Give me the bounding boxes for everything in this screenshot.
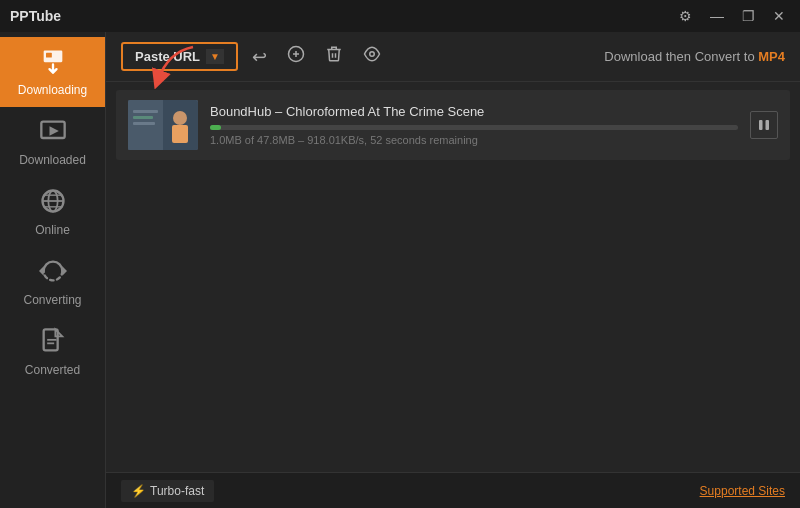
sidebar-item-downloading[interactable]: Downloading	[0, 37, 105, 107]
sidebar-label-downloading: Downloading	[18, 83, 87, 97]
sidebar: Downloading Downloaded Onli	[0, 32, 106, 508]
minimize-button[interactable]: —	[705, 6, 729, 26]
toolbar: Paste URL ▼ ↩	[106, 32, 800, 82]
add-button[interactable]	[281, 41, 311, 72]
svg-rect-1	[46, 53, 52, 58]
lightning-icon: ⚡	[131, 484, 146, 498]
sidebar-item-online[interactable]: Online	[0, 177, 105, 247]
svg-rect-27	[766, 120, 770, 130]
svg-marker-9	[62, 266, 67, 275]
svg-rect-26	[759, 120, 763, 130]
svg-marker-3	[49, 126, 58, 135]
turbo-fast-button[interactable]: ⚡ Turbo-fast	[121, 480, 214, 502]
convert-info: Download then Convert to MP4	[604, 49, 785, 64]
converting-icon	[39, 257, 67, 289]
delete-button[interactable]	[319, 41, 349, 72]
download-list: BoundHub – Chloroformed At The Crime Sce…	[106, 82, 800, 472]
maximize-button[interactable]: ❐	[737, 6, 760, 26]
progress-bar-fill	[210, 125, 221, 130]
online-icon	[39, 187, 67, 219]
downloading-icon	[39, 47, 67, 79]
paste-url-button[interactable]: Paste URL ▼	[121, 42, 238, 71]
sidebar-label-downloaded: Downloaded	[19, 153, 86, 167]
sidebar-label-online: Online	[35, 223, 70, 237]
item-stats: 1.0MB of 47.8MB – 918.01KB/s, 52 seconds…	[210, 134, 738, 146]
svg-rect-23	[133, 122, 155, 125]
svg-point-17	[370, 52, 375, 57]
paste-url-label: Paste URL	[135, 49, 200, 64]
svg-rect-25	[172, 125, 188, 143]
dropdown-arrow-icon[interactable]: ▼	[206, 49, 224, 64]
item-title: BoundHub – Chloroformed At The Crime Sce…	[210, 104, 738, 119]
bottom-bar: ⚡ Turbo-fast Supported Sites	[106, 472, 800, 508]
format-link[interactable]: MP4	[758, 49, 785, 64]
sidebar-item-converting[interactable]: Converting	[0, 247, 105, 317]
progress-bar-container	[210, 125, 738, 130]
svg-rect-21	[133, 110, 158, 113]
settings-icon[interactable]: ⚙	[674, 6, 697, 26]
pause-button[interactable]	[750, 111, 778, 139]
item-info: BoundHub – Chloroformed At The Crime Sce…	[210, 104, 738, 146]
undo-button[interactable]: ↩	[246, 42, 273, 72]
supported-sites-link[interactable]: Supported Sites	[700, 484, 785, 498]
converted-icon	[39, 327, 67, 359]
download-item: BoundHub – Chloroformed At The Crime Sce…	[116, 90, 790, 160]
svg-rect-22	[133, 116, 153, 119]
window-controls[interactable]: ⚙ — ❐ ✕	[674, 6, 790, 26]
close-button[interactable]: ✕	[768, 6, 790, 26]
video-thumbnail	[128, 100, 198, 150]
app-title: PPTube	[10, 8, 61, 24]
preview-button[interactable]	[357, 41, 387, 72]
sidebar-label-converted: Converted	[25, 363, 80, 377]
download-then-convert-label: Download then Convert to	[604, 49, 754, 64]
turbo-fast-label: Turbo-fast	[150, 484, 204, 498]
svg-point-24	[173, 111, 187, 125]
svg-marker-10	[39, 266, 44, 275]
downloaded-icon	[39, 117, 67, 149]
sidebar-item-converted[interactable]: Converted	[0, 317, 105, 387]
content-area: Paste URL ▼ ↩	[106, 32, 800, 508]
title-bar: PPTube ⚙ — ❐ ✕	[0, 0, 800, 32]
sidebar-item-downloaded[interactable]: Downloaded	[0, 107, 105, 177]
sidebar-label-converting: Converting	[23, 293, 81, 307]
main-layout: Downloading Downloaded Onli	[0, 32, 800, 508]
